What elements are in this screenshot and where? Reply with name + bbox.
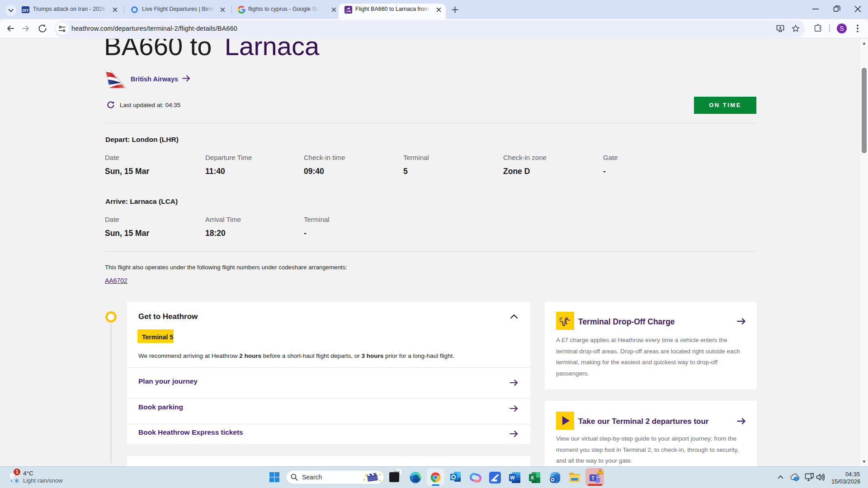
svg-text:W: W bbox=[510, 475, 515, 480]
svg-text:★: ★ bbox=[363, 478, 366, 482]
svg-text:★: ★ bbox=[364, 473, 368, 478]
svg-text:T: T bbox=[591, 476, 594, 481]
svg-text:LHR: LHR bbox=[346, 10, 351, 13]
svg-text:★: ★ bbox=[379, 473, 382, 477]
svg-text:DIY: DIY bbox=[22, 8, 29, 13]
svg-text:X: X bbox=[531, 475, 534, 480]
svg-text:i: i bbox=[796, 477, 797, 481]
svg-text:★: ★ bbox=[379, 479, 382, 482]
